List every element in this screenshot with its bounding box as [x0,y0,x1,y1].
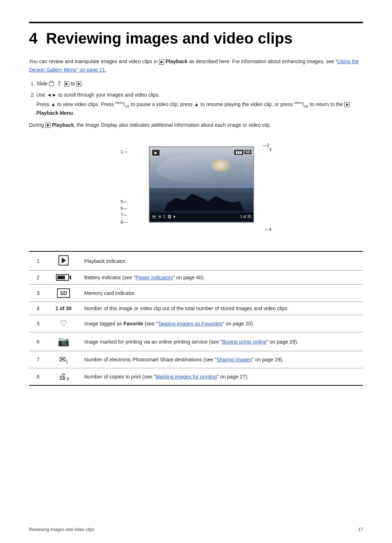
sd-card-icon: SD [57,288,70,298]
chapter-number: 4 [29,30,37,47]
intro-paragraph: You can review and manipulate images and… [29,57,363,74]
row-desc-1: Playback indicator. [80,251,363,271]
scene-icon: ⛄ [56,80,62,88]
row-desc-8: Number of copies to print (see "Marking … [80,368,363,386]
row-num-1: 1 [29,251,47,271]
battery-fill [57,276,65,279]
reference-table: 1 Playback indicator. 2 Battery [29,251,363,386]
copies-printer-icon: 🖨 [58,372,66,381]
table-row: 5 ♡ Image tagged as Favorite (see "Taggi… [29,315,363,332]
playback-icon [76,81,81,86]
row-num-6: 6 [29,332,47,351]
row-icon-1 [47,251,80,271]
tagging-favorites-link[interactable]: Tagging images as Favorites [158,321,222,327]
share-count: 1 [66,359,68,364]
footer-chapter-title: Reviewing images and video clips [29,527,94,532]
online-print-icon: 📷 [58,336,69,347]
menu-ok-sup2: Menu [294,101,303,105]
row-desc-4: Number of this image or video clip out o… [80,302,363,315]
row-icon-6: 📷 [47,332,80,351]
play-indicator-icon [58,255,69,266]
copies-count: 3 [66,376,69,381]
row-num-3: 3 [29,285,47,302]
row-icon-3: SD [47,285,80,302]
chapter-title: 4 Reviewing images and video clips [29,30,363,47]
diag-label-7: 7— [121,212,127,218]
battery-body [56,274,69,281]
row-icon-5: ♡ [47,315,80,332]
screen-sd-icon: SD [244,149,252,155]
row-num-2: 2 [29,271,47,285]
screen-print-icon: 📷 [152,215,156,219]
camera-screen: ► ▮▮▮ SD 📷 ✉1 🖼 ♥ 1 of 30 [149,146,254,223]
playback-mode-icon [159,60,164,65]
row-num-5: 5 [29,315,47,332]
diag-label-5: 5— [121,199,127,204]
menu-ok-sub2: OK [304,105,309,108]
diag-label-8: 8— [121,220,127,225]
row-icon-7: ✉1 [47,351,80,368]
table-row: 1 Playback indicator. [29,251,363,271]
screen-share-icon: ✉ [158,215,161,219]
step-2-subtext: Press ▲ to view video clips. Press Menu/… [36,100,363,117]
screen-bottom-bar: 📷 ✉1 🖼 ♥ 1 of 30 [150,212,253,220]
table-row: 4 1 of 30 Number of this image or video … [29,302,363,315]
diag-label-6: 6— [121,206,127,211]
camera-icon [49,82,54,86]
row-desc-6: Image marked for printing via an online … [80,332,363,351]
battery-nib [70,276,71,279]
row-icon-4: 1 of 30 [47,302,80,315]
table-row: 2 Battery indicator (see "Power indicato… [29,271,363,285]
screen-play-icon: ► [152,149,160,156]
table-row: 3 SD Memory card indicator. [29,285,363,302]
buying-prints-link[interactable]: Buying prints online [222,339,266,345]
row-desc-3: Memory card indicator. [80,285,363,302]
steps-list: Slide ⛄ to . Use ◄► to scroll through yo… [36,80,363,117]
menu-ok-sup1: Menu [115,101,124,105]
favorite-heart-icon: ♡ [60,319,67,328]
row-num-7: 7 [29,351,47,368]
design-gallery-link-end: ” on page 21. [77,67,107,73]
marking-printing-link[interactable]: Marking images for printing [155,374,217,380]
play-mode-icon [64,81,69,86]
chapter-header: 4 Reviewing images and video clips [29,22,363,47]
row-icon-2 [47,271,80,285]
row-icon-8: 🖨3 [47,368,80,386]
share-envelope-icon: ✉ [59,355,66,364]
row-desc-7: Number of electronic Photosmart Share de… [80,351,363,368]
screen-battery-icon: ▮▮▮ [234,149,244,155]
screen-count: 1 of 30 [240,215,251,219]
diag-label-2: —2 [262,143,269,148]
menu-ok-sub1: OK [125,105,130,108]
footer-page-number: 17 [358,527,363,532]
row-num-4: 4 [29,302,47,315]
during-paragraph: During Playback, the Image Display also … [29,121,363,129]
battery-indicator-icon [56,274,71,281]
step-2: Use ◄► to scroll through your images and… [36,91,363,117]
diag-label-3: 3 [269,147,271,152]
diag-label-4: —4 [265,227,271,232]
row-num-8: 8 [29,368,47,386]
camera-display-diagram: ► ▮▮▮ SD 📷 ✉1 🖼 ♥ 1 of 30 1— —2 3 —4 [29,139,363,241]
table-row: 7 ✉1 Number of electronic Photosmart Sha… [29,351,363,368]
step-1: Slide ⛄ to . [36,80,363,88]
page-footer: Reviewing images and video clips 17 [29,527,363,532]
screen-heart-icon: ♥ [173,215,176,219]
during-playback-icon [45,123,50,128]
diagram-container: ► ▮▮▮ SD 📷 ✉1 🖼 ♥ 1 of 30 1— —2 3 —4 [120,139,272,241]
row-desc-5: Image tagged as Favorite (see "Tagging i… [80,315,363,332]
screen-print2-icon: 🖼 [168,215,171,219]
table-row: 8 🖨3 Number of copies to print (see "Mar… [29,368,363,386]
image-count-icon: 1 of 30 [56,305,72,311]
playback-menu-icon [344,102,350,107]
sharing-images-link[interactable]: Sharing images [216,357,252,362]
table-row: 6 📷 Image marked for printing via an onl… [29,332,363,351]
row-desc-2: Battery indicator (see "Power indicators… [80,271,363,285]
cloud-area [157,154,246,183]
power-indicators-link[interactable]: Power indicators [135,275,173,280]
diag-label-1: 1— [121,149,127,154]
